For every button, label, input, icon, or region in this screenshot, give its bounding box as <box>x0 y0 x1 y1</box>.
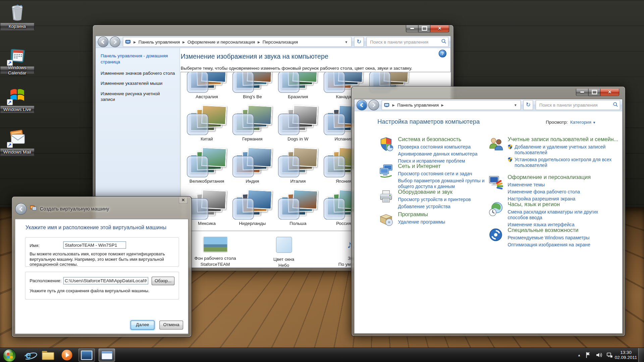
breadcrumb-item[interactable]: Персонализация <box>263 40 298 45</box>
theme-item[interactable]: Китай <box>184 106 230 142</box>
desktop-background-setting[interactable]: Фон рабочего стола StaforceTEAM <box>188 237 243 268</box>
desktop-icon-recycle-bin[interactable]: Корзина <box>0 2 35 30</box>
theme-item[interactable]: Нидерланды <box>229 190 275 227</box>
sidebar-item-desktop-icons[interactable]: Изменение значков рабочего стола <box>101 70 175 76</box>
theme-item[interactable]: Австралия <box>184 72 230 100</box>
show-desktop-button[interactable] <box>638 348 644 362</box>
back-button[interactable] <box>357 100 367 111</box>
cp-task-link[interactable]: Рекомендуемые Windows параметры <box>507 235 619 240</box>
cp-category-link[interactable]: Программы <box>398 212 486 218</box>
taskbar-clock[interactable]: 13:30 02.09.2011 <box>615 350 637 360</box>
ease-of-access-icon[interactable] <box>488 227 504 243</box>
taskbar-item-internet-explorer[interactable]: e <box>20 349 36 361</box>
next-button[interactable]: Далее <box>130 320 154 329</box>
cp-task-link[interactable]: Добавление устройства <box>398 203 486 209</box>
desktop-icon-windows-calendar[interactable]: Windows Calendar <box>0 46 35 74</box>
cp-task-link[interactable]: Смена раскладки клавиатуры или других сп… <box>507 209 619 220</box>
back-button[interactable] <box>98 37 108 47</box>
cp-task-link[interactable]: Просмотр состояния сети и задач <box>398 171 486 176</box>
cp-task-link[interactable]: Изменение фона рабочего стола <box>507 189 619 194</box>
cp-category-link[interactable]: Система и безопасность <box>398 136 486 142</box>
maximize-button[interactable] <box>588 88 600 96</box>
desktop-icon-windows-live[interactable]: Windows Live <box>0 85 35 113</box>
cp-task-link[interactable]: Выбор параметров домашней группы и общег… <box>398 178 486 189</box>
breadcrumb-item[interactable]: Панель управления <box>397 103 439 108</box>
search-icon[interactable] <box>441 38 446 46</box>
security-shield-icon[interactable] <box>378 136 394 152</box>
cp-category-link[interactable]: Сеть и Интернет <box>398 163 486 169</box>
cp-task-link[interactable]: Просмотр устройств и принтеров <box>398 197 486 202</box>
minimize-button[interactable] <box>576 88 588 96</box>
close-button[interactable]: ✕ <box>430 25 449 33</box>
help-icon[interactable]: ? <box>439 50 446 57</box>
network-icon[interactable] <box>378 163 394 179</box>
theme-item[interactable]: Бразилия <box>275 72 321 100</box>
window-color-setting[interactable]: Цвет окна Небо <box>257 237 311 268</box>
cp-task-link[interactable]: Добавление и удаление учетных записей по… <box>507 144 619 156</box>
search-input[interactable] <box>538 102 613 108</box>
show-hidden-icons-chevron[interactable]: ▲ <box>578 353 581 357</box>
breadcrumb-dropdown-arrow[interactable]: ▼ <box>343 40 350 44</box>
cp-category-link[interactable]: Специальные возможности <box>507 227 619 233</box>
volume-icon[interactable] <box>596 352 602 358</box>
vm-name-input[interactable] <box>63 241 126 249</box>
theme-item[interactable]: Bing's Be <box>229 72 275 100</box>
close-button[interactable]: ✕ <box>179 197 188 203</box>
maximize-button[interactable] <box>418 25 430 33</box>
forward-button[interactable] <box>110 37 120 47</box>
taskbar-item-windows-explorer[interactable] <box>40 349 56 361</box>
theme-item[interactable]: Индия <box>229 148 275 184</box>
chevron-down-icon[interactable]: ▼ <box>593 121 596 124</box>
users-icon[interactable] <box>488 136 504 152</box>
start-button[interactable] <box>3 349 16 362</box>
taskbar-item-media-player[interactable] <box>59 349 75 361</box>
theme-item[interactable]: Dogs in W <box>275 106 321 142</box>
search-icon[interactable] <box>613 101 618 109</box>
cancel-button[interactable]: Отмена <box>159 320 183 329</box>
appearance-monitor-icon[interactable] <box>488 174 504 190</box>
sidebar-item-mouse-pointers[interactable]: Изменение указателей мыши <box>101 80 175 86</box>
cp-task-link[interactable]: Настройка разрешения экрана <box>507 196 619 201</box>
cp-task-link[interactable]: Установка родительского контроля для все… <box>507 157 619 168</box>
desktop-icon-windows-mail[interactable]: Windows Mail <box>0 128 35 156</box>
sidebar-item-control-panel-home[interactable]: Панель управления - домашняя страница <box>101 53 175 64</box>
cp-task-link[interactable]: Архивирование данных компьютера <box>398 151 486 157</box>
globe-clock-icon[interactable] <box>488 201 504 217</box>
view-by-value[interactable]: Категория <box>570 119 591 124</box>
theme-item[interactable]: Польша <box>275 190 321 227</box>
cp-category-link[interactable]: Часы, язык и регион <box>507 201 619 207</box>
cp-task-link[interactable]: Оптимизация изображения на экране <box>507 242 619 247</box>
taskbar-item-virtual-pc[interactable] <box>78 349 95 362</box>
cp-task-link[interactable]: Изменение языка интерфейса <box>507 222 619 227</box>
printer-icon[interactable] <box>378 189 394 204</box>
cp-category-link[interactable]: Оборудование и звук <box>398 189 486 195</box>
search-input[interactable] <box>369 39 441 45</box>
cp-task-link[interactable]: Проверка состояния компьютера <box>398 144 486 150</box>
theme-item[interactable]: Италия <box>275 148 321 184</box>
breadcrumb-item[interactable]: Оформление и персонализация <box>187 40 255 45</box>
theme-item[interactable]: Великобритания <box>184 148 230 184</box>
cp-category-link[interactable]: Оформление и персонализация <box>507 174 619 180</box>
minimize-button[interactable] <box>406 25 418 33</box>
cp-task-link[interactable]: Изменение темы <box>507 182 619 187</box>
close-button[interactable]: ✕ <box>600 88 620 96</box>
network-icon[interactable] <box>606 352 613 358</box>
theme-glass-overlay <box>187 114 208 135</box>
theme-item[interactable]: Германия <box>229 106 275 142</box>
vm-location-input[interactable] <box>63 277 148 285</box>
uac-shield-icon <box>507 144 513 149</box>
breadcrumb-item[interactable]: Панель управления <box>139 40 180 45</box>
refresh-button[interactable]: ↻ <box>354 37 364 47</box>
sidebar-item-account-picture[interactable]: Изменение рисунка учетной записи <box>101 91 175 102</box>
cp-task-link[interactable]: Удаление программы <box>398 219 486 225</box>
browse-button[interactable]: Обзор... <box>152 277 175 285</box>
cp-category-link[interactable]: Учетные записи пользователей и семейн... <box>507 136 619 142</box>
control-panel-home: Настройка параметров компьютера Просмотр… <box>355 111 622 333</box>
refresh-button[interactable]: ↻ <box>523 100 533 110</box>
window-titlebar[interactable] <box>93 25 453 36</box>
programs-box-icon[interactable] <box>378 212 394 227</box>
taskbar-item-vm-window[interactable] <box>99 349 115 362</box>
action-center-flag-icon[interactable] <box>585 352 592 358</box>
breadcrumb-dropdown-arrow[interactable]: ▼ <box>512 103 519 107</box>
forward-button[interactable] <box>368 100 379 111</box>
